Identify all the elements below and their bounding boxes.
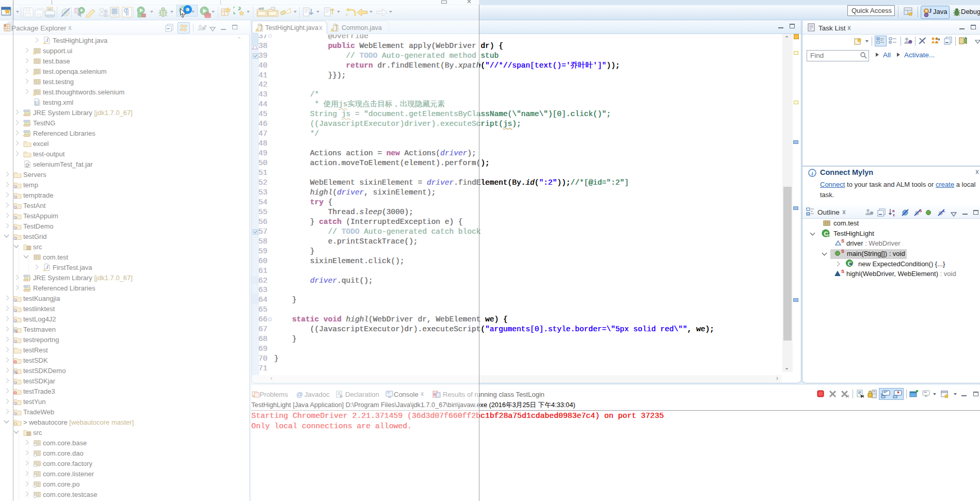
- svg-text:z: z: [893, 213, 895, 217]
- svg-text:C: C: [824, 231, 828, 237]
- svg-text:J: J: [929, 7, 932, 14]
